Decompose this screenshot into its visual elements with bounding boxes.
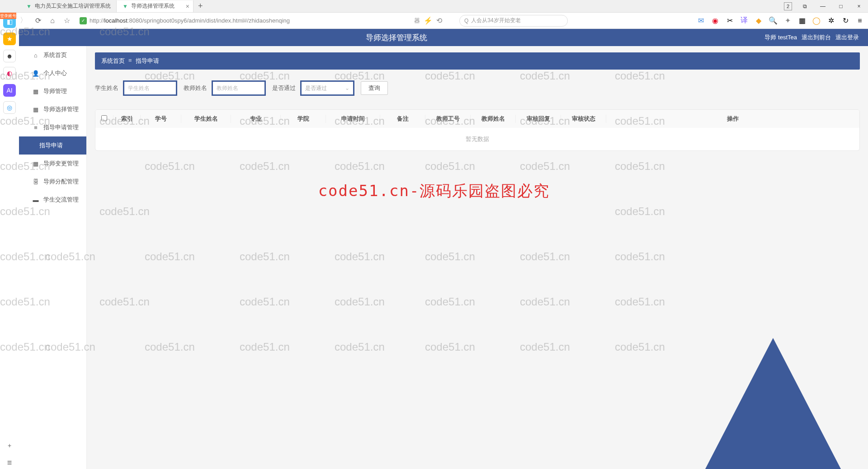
os-add[interactable]: +: [3, 439, 16, 452]
mail-icon[interactable]: ✉: [696, 16, 705, 25]
th-remark: 备注: [380, 115, 425, 123]
search-placeholder: 人会从34岁开始变老: [471, 17, 520, 24]
download-icon[interactable]: ↻: [841, 16, 850, 25]
os-app-5[interactable]: AI: [3, 84, 16, 97]
minimize-button[interactable]: —: [814, 0, 832, 13]
breadcrumb-current: 指导申请: [136, 57, 159, 65]
sidebar-item-tutor-assign[interactable]: 🗄导师分配管理: [19, 173, 86, 191]
th-college: 学院: [281, 115, 326, 123]
th-teacher-name: 教师姓名: [471, 115, 516, 123]
scissors-icon[interactable]: ✂: [725, 16, 734, 25]
sidebar-item-tutor-select[interactable]: ▦导师选择管理: [19, 100, 86, 118]
th-checkbox[interactable]: [95, 115, 113, 122]
select-all-checkbox[interactable]: [101, 115, 107, 121]
qr-icon[interactable]: 器: [414, 17, 420, 25]
corner-badge: 登录账号: [0, 13, 16, 19]
browser-toolbar: 〈 〉 ⟳ ⌂ ☆ ✓ http://localhost:8080/spring…: [0, 13, 868, 29]
app-title: 导师选择管理系统: [28, 33, 764, 43]
home-icon: ⌂: [33, 52, 39, 59]
circle-icon[interactable]: ◯: [812, 16, 821, 25]
student-name-input[interactable]: [123, 80, 177, 96]
os-sidebar: ◧ ★ ☻ ◐ AI ◎ + ≡: [0, 13, 19, 469]
puzzle-icon[interactable]: ✦: [783, 16, 792, 25]
maximize-button[interactable]: □: [832, 0, 850, 13]
data-table: 索引 学号 学生姓名 专业 学院 申请时间 备注 教师工号 教师姓名 审核回复 …: [95, 109, 860, 151]
breadcrumb-separator: ≡: [128, 57, 132, 65]
teacher-name-input[interactable]: [212, 80, 266, 96]
app-header: 导师选择管理系统 导师 testTea 退出到前台 退出登录: [19, 29, 868, 46]
shield-icon: ✓: [80, 17, 87, 24]
security-icon[interactable]: ◆: [754, 16, 763, 25]
window-controls: 2 ⧉ — □ ×: [780, 0, 868, 13]
query-button[interactable]: 查询: [361, 81, 388, 95]
user-info: 导师 testTea: [764, 33, 797, 42]
reload-button[interactable]: ⟳: [33, 15, 43, 26]
briefcase-icon: 🗄: [33, 178, 39, 185]
logout-link[interactable]: 退出登录: [835, 33, 859, 42]
os-app-6[interactable]: ◎: [3, 101, 16, 114]
breadcrumb-home[interactable]: 系统首页: [101, 57, 125, 65]
browser-tab-1[interactable]: ▼ 电力员工安全施工培训管理系统: [20, 0, 117, 12]
student-name-label: 学生姓名: [95, 84, 118, 92]
os-app-3[interactable]: ☻: [3, 50, 16, 62]
main-content: 系统首页 ≡ 指导申请 学生姓名 教师姓名 是否通过 是否通过 ⌄: [87, 46, 868, 469]
apps-icon[interactable]: ▦: [797, 16, 807, 25]
grid-icon: ▦: [33, 88, 39, 95]
breadcrumb: 系统首页 ≡ 指导申请: [95, 52, 860, 70]
th-student-no: 学号: [141, 115, 181, 123]
pass-label: 是否通过: [272, 84, 296, 92]
th-major: 专业: [231, 115, 281, 123]
window-tab-icon[interactable]: ⧉: [796, 0, 814, 13]
close-button[interactable]: ×: [850, 0, 868, 13]
tab-title: 电力员工安全施工培训管理系统: [35, 2, 111, 10]
sidebar-item-tutor[interactable]: ▦导师管理: [19, 82, 86, 100]
user-icon: 👤: [33, 70, 39, 77]
pass-select[interactable]: 是否通过 ⌄: [300, 80, 354, 96]
grid-icon: ▦: [33, 160, 39, 167]
bolt-icon[interactable]: ⚡: [424, 16, 433, 25]
sidebar-item-guide-apply[interactable]: 指导申请: [19, 136, 86, 155]
th-review-reply: 审核回复: [516, 115, 561, 123]
list-icon: ≡: [33, 124, 39, 131]
grid-icon: ▦: [33, 106, 39, 113]
close-icon[interactable]: ×: [186, 3, 189, 10]
address-bar[interactable]: ✓ http://localhost:8080/springboot0spy6/…: [76, 15, 410, 27]
table-empty-text: 暂无数据: [95, 128, 859, 150]
chat-icon: ▬: [33, 197, 39, 203]
os-menu[interactable]: ≡: [3, 456, 16, 469]
app-user-area: 导师 testTea 退出到前台 退出登录: [764, 33, 859, 42]
sidebar-item-profile[interactable]: 👤个人中心: [19, 64, 86, 82]
forward-button[interactable]: 〉: [18, 15, 29, 26]
app-body: ⌂系统首页 👤个人中心 ▦导师管理 ▦导师选择管理 ≡指导申请管理 指导申请 ▦…: [19, 46, 868, 469]
sidebar-item-home[interactable]: ⌂系统首页: [19, 46, 86, 64]
zoom-icon[interactable]: 🔍: [769, 16, 778, 25]
browser-tab-strip: ▼ 电力员工安全施工培训管理系统 ▼ 导师选择管理系统 × +: [0, 0, 868, 13]
favorite-button[interactable]: ☆: [61, 15, 72, 26]
vue-icon: ▼: [122, 3, 128, 9]
th-teacher-no: 教师工号: [425, 115, 471, 123]
browser-tab-2[interactable]: ▼ 导师选择管理系统 ×: [117, 0, 193, 12]
vue-icon: ▼: [26, 3, 32, 9]
back-to-front-link[interactable]: 退出到前台: [802, 33, 831, 42]
app-container: 导师选择管理系统 导师 testTea 退出到前台 退出登录 ⌂系统首页 👤个人…: [19, 29, 868, 469]
th-action: 操作: [606, 115, 859, 123]
sidebar-item-tutor-change[interactable]: ▦导师变更管理: [19, 155, 86, 173]
search-icon: Q: [464, 18, 468, 24]
os-app-4[interactable]: ◐: [3, 67, 16, 80]
sidebar-item-student-chat[interactable]: ▬学生交流管理: [19, 191, 86, 209]
weibo-icon[interactable]: ◉: [711, 16, 720, 25]
sync-icon[interactable]: ⟲: [436, 16, 442, 25]
th-index: 索引: [113, 115, 141, 123]
menu-icon[interactable]: ≡: [855, 16, 864, 25]
os-app-2[interactable]: ★: [3, 33, 16, 45]
th-apply-time: 申请时间: [326, 115, 380, 123]
home-button[interactable]: ⌂: [47, 15, 58, 26]
search-input[interactable]: Q 人会从34岁开始变老: [459, 15, 568, 27]
th-student-name: 学生姓名: [181, 115, 231, 123]
window-badge: 2: [784, 2, 792, 10]
chevron-down-icon: ⌄: [345, 85, 349, 91]
sidebar-item-guide-apply-mgmt[interactable]: ≡指导申请管理: [19, 118, 86, 136]
translate-icon[interactable]: 译: [740, 16, 749, 25]
new-tab-button[interactable]: +: [193, 1, 208, 11]
gear-icon[interactable]: ✲: [826, 16, 835, 25]
